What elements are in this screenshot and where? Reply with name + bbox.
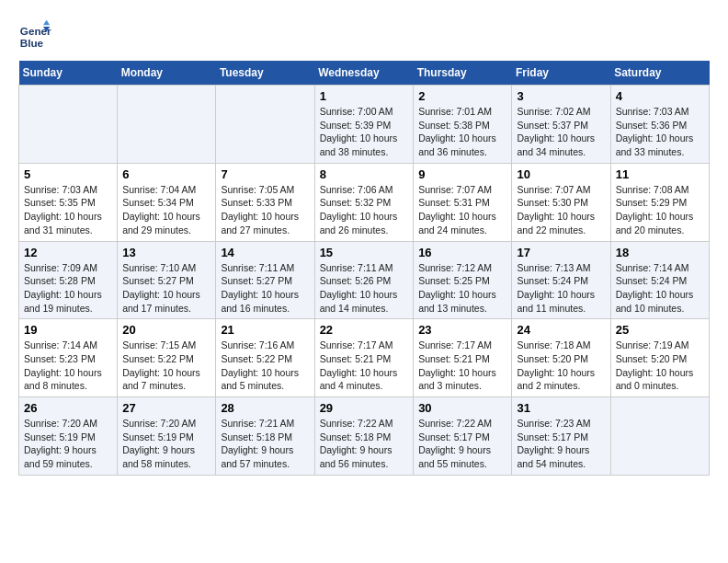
calendar-cell: 24Sunrise: 7:18 AM Sunset: 5:20 PM Dayli… [512,319,610,397]
week-row-1: 5Sunrise: 7:03 AM Sunset: 5:35 PM Daylig… [19,163,710,241]
day-info: Sunrise: 7:18 AM Sunset: 5:20 PM Dayligh… [517,339,605,393]
day-number: 4 [616,89,704,103]
day-info: Sunrise: 7:19 AM Sunset: 5:20 PM Dayligh… [616,339,704,393]
calendar-cell: 6Sunrise: 7:04 AM Sunset: 5:34 PM Daylig… [118,163,216,241]
calendar-cell: 9Sunrise: 7:07 AM Sunset: 5:31 PM Daylig… [414,163,512,241]
day-info: Sunrise: 7:07 AM Sunset: 5:30 PM Dayligh… [517,183,605,237]
day-info: Sunrise: 7:01 AM Sunset: 5:38 PM Dayligh… [418,105,506,159]
day-number: 26 [24,401,112,415]
svg-text:Blue: Blue [20,37,44,49]
logo-icon: General Blue [18,18,51,52]
calendar-cell [19,86,118,164]
day-info: Sunrise: 7:14 AM Sunset: 5:24 PM Dayligh… [616,261,704,316]
day-number: 13 [122,246,210,259]
calendar-cell: 2Sunrise: 7:01 AM Sunset: 5:38 PM Daylig… [414,86,512,164]
day-info: Sunrise: 7:22 AM Sunset: 5:18 PM Dayligh… [320,417,409,471]
day-info: Sunrise: 7:13 AM Sunset: 5:24 PM Dayligh… [517,261,605,316]
calendar-cell: 5Sunrise: 7:03 AM Sunset: 5:35 PM Daylig… [19,163,118,241]
day-number: 7 [221,167,309,181]
calendar-cell: 11Sunrise: 7:08 AM Sunset: 5:29 PM Dayli… [610,163,709,241]
calendar-cell: 13Sunrise: 7:10 AM Sunset: 5:27 PM Dayli… [118,241,216,319]
calendar-cell: 4Sunrise: 7:03 AM Sunset: 5:36 PM Daylig… [610,86,709,164]
day-number: 17 [517,246,605,259]
calendar-cell [118,86,216,164]
day-number: 2 [418,89,506,103]
day-number: 23 [418,323,506,337]
calendar-cell: 31Sunrise: 7:23 AM Sunset: 5:17 PM Dayli… [512,397,610,476]
week-row-4: 26Sunrise: 7:20 AM Sunset: 5:19 PM Dayli… [19,397,710,476]
calendar-cell: 25Sunrise: 7:19 AM Sunset: 5:20 PM Dayli… [610,319,709,397]
day-info: Sunrise: 7:07 AM Sunset: 5:31 PM Dayligh… [418,183,506,237]
day-info: Sunrise: 7:00 AM Sunset: 5:39 PM Dayligh… [320,105,409,159]
svg-marker-2 [43,20,50,25]
day-info: Sunrise: 7:22 AM Sunset: 5:17 PM Dayligh… [418,417,506,471]
day-number: 27 [122,401,210,415]
calendar-cell: 12Sunrise: 7:09 AM Sunset: 5:28 PM Dayli… [19,241,118,319]
day-info: Sunrise: 7:21 AM Sunset: 5:18 PM Dayligh… [221,417,309,471]
calendar-cell: 23Sunrise: 7:17 AM Sunset: 5:21 PM Dayli… [414,319,512,397]
header-day-thursday: Thursday [414,61,512,86]
day-info: Sunrise: 7:20 AM Sunset: 5:19 PM Dayligh… [122,417,210,471]
day-number: 5 [24,167,112,181]
day-number: 12 [24,246,112,259]
calendar-cell: 20Sunrise: 7:15 AM Sunset: 5:22 PM Dayli… [118,319,216,397]
calendar-cell: 14Sunrise: 7:11 AM Sunset: 5:27 PM Dayli… [216,241,314,319]
day-number: 28 [221,401,309,415]
day-number: 3 [517,89,605,103]
day-number: 6 [122,167,210,181]
calendar-cell: 10Sunrise: 7:07 AM Sunset: 5:30 PM Dayli… [512,163,610,241]
logo: General Blue [18,18,55,52]
calendar-cell: 29Sunrise: 7:22 AM Sunset: 5:18 PM Dayli… [314,397,414,476]
day-info: Sunrise: 7:17 AM Sunset: 5:21 PM Dayligh… [418,339,506,393]
day-info: Sunrise: 7:20 AM Sunset: 5:19 PM Dayligh… [24,417,112,471]
calendar-cell: 3Sunrise: 7:02 AM Sunset: 5:37 PM Daylig… [512,86,610,164]
day-info: Sunrise: 7:11 AM Sunset: 5:26 PM Dayligh… [320,261,409,316]
day-info: Sunrise: 7:09 AM Sunset: 5:28 PM Dayligh… [24,261,112,316]
day-info: Sunrise: 7:10 AM Sunset: 5:27 PM Dayligh… [122,261,210,316]
calendar-cell: 16Sunrise: 7:12 AM Sunset: 5:25 PM Dayli… [414,241,512,319]
day-info: Sunrise: 7:03 AM Sunset: 5:36 PM Dayligh… [616,105,704,159]
day-number: 21 [221,323,309,337]
calendar-table: SundayMondayTuesdayWednesdayThursdayFrid… [18,61,710,476]
calendar-cell: 21Sunrise: 7:16 AM Sunset: 5:22 PM Dayli… [216,319,314,397]
calendar-cell: 8Sunrise: 7:06 AM Sunset: 5:32 PM Daylig… [314,163,414,241]
week-row-0: 1Sunrise: 7:00 AM Sunset: 5:39 PM Daylig… [19,86,710,164]
day-number: 8 [320,167,409,181]
day-number: 14 [221,246,309,259]
day-info: Sunrise: 7:08 AM Sunset: 5:29 PM Dayligh… [616,183,704,237]
header-day-sunday: Sunday [19,61,118,86]
day-info: Sunrise: 7:05 AM Sunset: 5:33 PM Dayligh… [221,183,309,237]
header-day-saturday: Saturday [610,61,709,86]
calendar-cell: 19Sunrise: 7:14 AM Sunset: 5:23 PM Dayli… [19,319,118,397]
day-number: 30 [418,401,506,415]
day-number: 9 [418,167,506,181]
day-info: Sunrise: 7:16 AM Sunset: 5:22 PM Dayligh… [221,339,309,393]
day-info: Sunrise: 7:14 AM Sunset: 5:23 PM Dayligh… [24,339,112,393]
day-info: Sunrise: 7:06 AM Sunset: 5:32 PM Dayligh… [320,183,409,237]
calendar-cell [610,397,709,476]
calendar-cell: 17Sunrise: 7:13 AM Sunset: 5:24 PM Dayli… [512,241,610,319]
day-number: 15 [320,246,409,259]
calendar-cell: 18Sunrise: 7:14 AM Sunset: 5:24 PM Dayli… [610,241,709,319]
day-number: 18 [616,246,704,259]
day-info: Sunrise: 7:23 AM Sunset: 5:17 PM Dayligh… [517,417,605,471]
day-info: Sunrise: 7:11 AM Sunset: 5:27 PM Dayligh… [221,261,309,316]
header-day-friday: Friday [512,61,610,86]
day-number: 29 [320,401,409,415]
day-info: Sunrise: 7:02 AM Sunset: 5:37 PM Dayligh… [517,105,605,159]
day-info: Sunrise: 7:12 AM Sunset: 5:25 PM Dayligh… [418,261,506,316]
header-day-tuesday: Tuesday [216,61,314,86]
day-number: 20 [122,323,210,337]
day-number: 22 [320,323,409,337]
day-number: 11 [616,167,704,181]
calendar-cell: 30Sunrise: 7:22 AM Sunset: 5:17 PM Dayli… [414,397,512,476]
calendar-cell: 7Sunrise: 7:05 AM Sunset: 5:33 PM Daylig… [216,163,314,241]
week-row-2: 12Sunrise: 7:09 AM Sunset: 5:28 PM Dayli… [19,241,710,319]
day-number: 24 [517,323,605,337]
day-info: Sunrise: 7:04 AM Sunset: 5:34 PM Dayligh… [122,183,210,237]
header-day-wednesday: Wednesday [314,61,414,86]
week-row-3: 19Sunrise: 7:14 AM Sunset: 5:23 PM Dayli… [19,319,710,397]
calendar-cell: 1Sunrise: 7:00 AM Sunset: 5:39 PM Daylig… [314,86,414,164]
calendar-cell: 26Sunrise: 7:20 AM Sunset: 5:19 PM Dayli… [19,397,118,476]
calendar-cell: 15Sunrise: 7:11 AM Sunset: 5:26 PM Dayli… [314,241,414,319]
